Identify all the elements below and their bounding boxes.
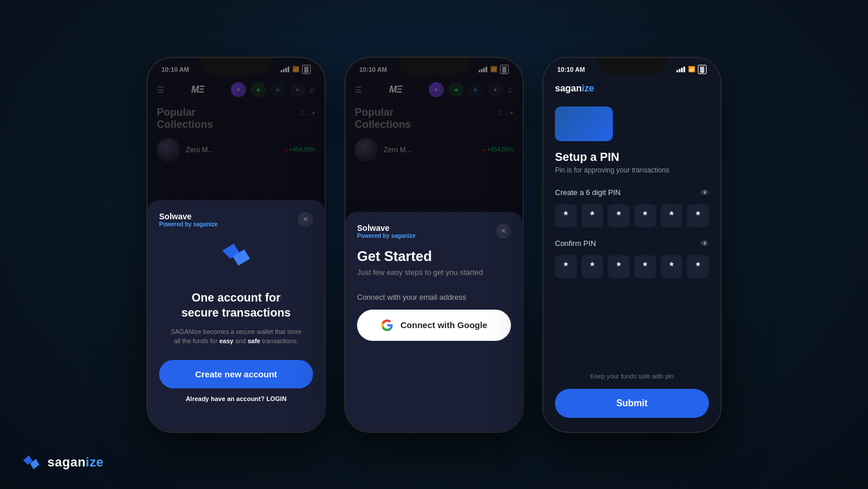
confirm-pin-label: Confirm PIN 👁 <box>543 239 720 248</box>
modal-subtitle-1: SAGANize becomes a secure wallet that st… <box>159 327 313 346</box>
modal-overlay-1: Solwave Powered by saganize ✕ <box>148 58 325 432</box>
svg-rect-1 <box>21 452 42 473</box>
modal-header-2: Solwave Powered by saganize ✕ <box>357 223 511 239</box>
create-pin-label: Create a 6 digit PIN 👁 <box>543 188 720 197</box>
solwave-icon <box>218 239 255 276</box>
google-connect-btn[interactable]: Connect with Google <box>357 310 511 341</box>
modal-1: Solwave Powered by saganize ✕ <box>148 200 325 432</box>
get-started-title: Get Started <box>357 248 511 264</box>
signal-bar <box>681 68 683 72</box>
modal-title-1: One account forsecure transactions <box>159 290 313 320</box>
pin-dot-2[interactable]: * <box>582 204 604 227</box>
google-btn-label: Connect with Google <box>400 320 487 330</box>
pin-dot-1[interactable]: * <box>555 204 577 227</box>
bottom-brand: saganize <box>21 452 104 473</box>
eye-icon-create[interactable]: 👁 <box>701 188 709 197</box>
modal-brand-info-2: Solwave Powered by saganize <box>357 223 415 239</box>
phones-container: 10:10 AM 📶 ▓ ☰ MΞ <box>146 57 722 433</box>
pin-brand-text: saganize <box>555 83 594 94</box>
modal-powered-2: Powered by saganize <box>357 233 415 239</box>
pin-dot-3[interactable]: * <box>608 204 630 227</box>
confirm-pin-dot-6[interactable]: * <box>687 255 709 278</box>
status-icons-3: 📶 ▓ <box>676 65 707 74</box>
signal-bar <box>683 67 685 72</box>
modal-brand-name-2: Solwave <box>357 223 415 233</box>
notch-1 <box>201 58 271 74</box>
saganize-logo-icon <box>21 452 42 473</box>
modal-logo-1 <box>159 239 313 278</box>
signal-bar <box>679 69 681 72</box>
pin-safe-text: Keep your funds safe with pin <box>543 373 720 380</box>
phone-1: 10:10 AM 📶 ▓ ☰ MΞ <box>146 57 326 433</box>
phone3-bg: 10:10 AM 📶 ▓ saganize <box>543 58 720 432</box>
pin-setup-desc: Pin is for approving your transactions <box>543 166 720 174</box>
login-row-1: Already have an account? LOGIN <box>159 395 313 402</box>
phone-2: 10:10 AM 📶 ▓ ☰ MΞ <box>344 57 524 433</box>
brand-name-text: saganize <box>47 455 104 470</box>
battery-icon-3: ▓ <box>698 65 707 74</box>
confirm-pin-dot-2[interactable]: * <box>582 255 604 278</box>
confirm-pin-dot-3[interactable]: * <box>608 255 630 278</box>
eye-icon-confirm[interactable]: 👁 <box>701 239 709 248</box>
signal-bar <box>676 70 678 72</box>
pin-dot-5[interactable]: * <box>661 204 683 227</box>
modal-header-1: Solwave Powered by saganize ✕ <box>159 212 313 227</box>
confirm-pin-dot-1[interactable]: * <box>555 255 577 278</box>
modal-close-btn-1[interactable]: ✕ <box>298 212 313 227</box>
get-started-subtitle: Just few easy steps to get you started <box>357 268 511 277</box>
wifi-icon-3: 📶 <box>688 66 695 72</box>
modal-close-btn-2[interactable]: ✕ <box>496 223 511 238</box>
notch-2 <box>399 58 469 74</box>
modal-2: Solwave Powered by saganize ✕ Get Starte… <box>345 212 523 432</box>
time-3: 10:10 AM <box>557 66 585 73</box>
confirm-pin-dots: * * * * * * <box>543 255 720 278</box>
google-icon <box>381 319 393 332</box>
modal-brand-info-1: Solwave Powered by saganize <box>159 212 218 227</box>
notch-3 <box>597 58 667 74</box>
connect-email-label: Connect with your email address <box>357 293 511 302</box>
modal-powered-1: Powered by saganize <box>159 221 218 227</box>
pin-dot-6[interactable]: * <box>687 204 709 227</box>
create-pin-dots: * * * * * * <box>543 204 720 227</box>
pin-app-header: saganize <box>543 78 720 97</box>
pin-dot-4[interactable]: * <box>634 204 656 227</box>
credit-card-visual <box>555 106 613 141</box>
phone-3: 10:10 AM 📶 ▓ saganize <box>542 57 722 433</box>
pin-submit-btn[interactable]: Submit <box>555 389 709 418</box>
signal-bars-3 <box>676 67 685 72</box>
confirm-pin-dot-4[interactable]: * <box>634 255 656 278</box>
confirm-pin-dot-5[interactable]: * <box>661 255 683 278</box>
create-account-btn-1[interactable]: Create new account <box>159 360 313 388</box>
modal-overlay-2: Solwave Powered by saganize ✕ Get Starte… <box>345 58 523 432</box>
pin-setup-title: Setup a PIN <box>543 150 720 164</box>
modal-brand-name-1: Solwave <box>159 212 218 221</box>
